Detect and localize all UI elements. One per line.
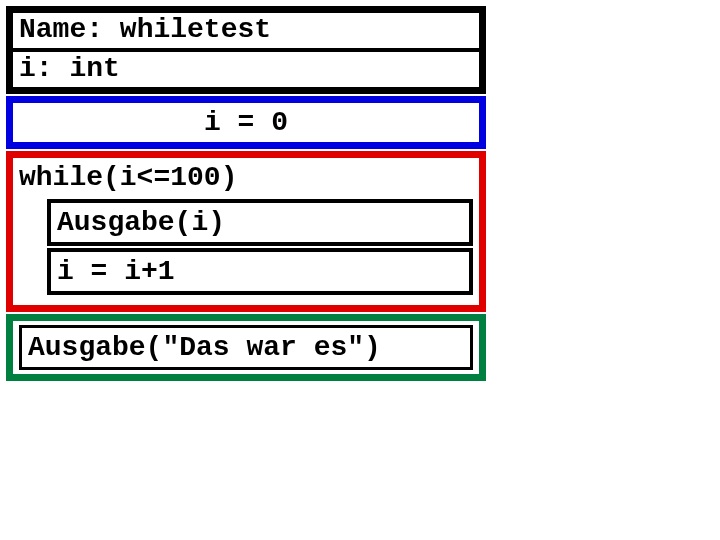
while-loop-block: while(i<=100) Ausgabe(i) i = i+1 [6,151,486,311]
var-decl-row: i: int [11,50,481,89]
while-condition: while(i<=100) [19,160,473,198]
struktogramm: Name: whiletest i: int i = 0 while(i<=10… [6,6,486,381]
loop-stmt-1: Ausgabe(i) [47,199,473,246]
loop-body: Ausgabe(i) i = i+1 [47,199,473,295]
loop-stmt-2: i = i+1 [47,248,473,295]
name-label: Name: [19,14,103,45]
after-block: Ausgabe("Das war es") [6,314,486,381]
var-decl-text: i: int [19,53,120,84]
program-name-row: Name: whiletest [11,11,481,50]
name-value: whiletest [120,14,271,45]
after-stmt: Ausgabe("Das war es") [19,325,473,370]
init-stmt: i = 0 [204,107,288,138]
header-block: Name: whiletest i: int [6,6,486,94]
init-block: i = 0 [6,96,486,150]
